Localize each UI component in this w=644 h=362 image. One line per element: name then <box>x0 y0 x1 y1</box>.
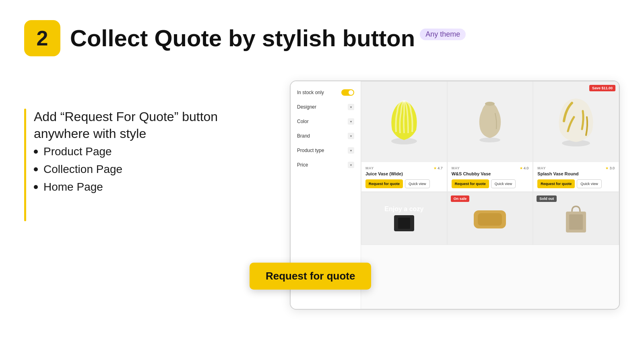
product-cell-1: MAY ★ 4.7 Juice Vase (Wide) Request for … <box>361 81 447 192</box>
any-theme-badge: Any theme <box>420 29 466 40</box>
product-image-1 <box>361 82 447 162</box>
filter-row-brand: Brand ▾ <box>297 133 354 139</box>
star-icon: ★ <box>605 166 609 170</box>
product-rating-1: ★ 4.7 <box>433 166 443 170</box>
list-item-collection-page: Collection Page <box>34 163 225 176</box>
yellow-accent-bar <box>24 109 26 221</box>
filter-row-product-type: Product type ▾ <box>297 147 354 154</box>
product-buttons-2: Request for quote Quick view <box>452 179 529 188</box>
filter-row-designer: Designer ▾ <box>297 104 354 110</box>
product-meta-1: MAY ★ 4.7 <box>365 166 443 170</box>
product-buttons-1: Request for quote Quick view <box>365 179 443 188</box>
filter-label-brand: Brand <box>297 133 310 139</box>
rfq-button-2[interactable]: Request for quote <box>452 179 489 188</box>
filter-label-color: Color <box>297 119 309 124</box>
product-name-3: Splash Vase Round <box>537 171 615 176</box>
sold-out-badge: Sold out <box>537 195 557 202</box>
filter-label-stock: In stock only <box>297 90 324 95</box>
cozy-image-area: Enjoy a cozy <box>361 192 447 245</box>
product-cell-2: MAY ★ 4.0 W&S Chubby Vase Request for qu… <box>447 81 533 192</box>
bullet-dot <box>34 150 38 154</box>
product-cell-cozy: Enjoy a cozy <box>361 192 447 245</box>
bullet-dot <box>34 185 38 189</box>
product-meta-2: MAY ★ 4.0 <box>452 166 529 170</box>
product-brand-3: MAY <box>537 166 546 170</box>
product-image-3: Save $11.00 <box>533 82 619 162</box>
product-info-1: MAY ★ 4.7 Juice Vase (Wide) Request for … <box>361 162 447 191</box>
filter-row-color: Color ▾ <box>297 118 354 125</box>
header-section: 2 Collect Quote by stylish button Any th… <box>0 0 644 68</box>
floating-rfq-button[interactable]: Request for quote <box>250 263 371 290</box>
filter-row-stock: In stock only <box>297 89 354 96</box>
product-name-1: Juice Vase (Wide) <box>365 171 443 176</box>
step-number-badge: 2 <box>24 20 60 56</box>
quick-view-button-2[interactable]: Quick view <box>491 179 516 188</box>
product-meta-3: MAY ★ 3.0 <box>537 166 615 170</box>
quick-view-button-3[interactable]: Quick view <box>577 179 602 188</box>
list-item-home-page: Home Page <box>34 181 225 193</box>
svg-point-2 <box>485 102 495 106</box>
left-text-inner: Add “Request For Quote” button anywhere … <box>24 109 225 193</box>
product-buttons-3: Request for quote Quick view <box>537 179 615 188</box>
product-cell-3: Save $11.00 MAY <box>533 81 619 192</box>
rfq-button-1[interactable]: Request for quote <box>365 179 403 188</box>
filter-chevron-brand[interactable]: ▾ <box>348 133 354 139</box>
filter-chevron-product-type[interactable]: ▾ <box>348 147 354 154</box>
product-grid: MAY ★ 4.7 Juice Vase (Wide) Request for … <box>361 81 619 245</box>
on-sale-badge: On sale <box>451 195 470 202</box>
product-name-2: W&S Chubby Vase <box>452 171 529 176</box>
product-cell-bag: Sold out <box>533 192 619 245</box>
product-brand-2: MAY <box>452 166 460 170</box>
filter-label-designer: Designer <box>297 104 316 110</box>
cushion-image-area: On sale <box>448 192 533 245</box>
filter-label-product-type: Product type <box>297 148 324 153</box>
cozy-text: Enjoy a cozy <box>384 206 423 213</box>
bag-image-area: Sold out <box>533 192 619 245</box>
save-badge-3: Save $11.00 <box>589 85 615 91</box>
product-rating-3: ★ 3.0 <box>605 166 615 170</box>
star-icon: ★ <box>520 166 523 170</box>
svg-rect-5 <box>478 213 502 226</box>
filter-chevron-color[interactable]: ▾ <box>348 118 354 125</box>
intro-text: Add “Request For Quote” button anywhere … <box>34 109 225 142</box>
product-rating-2: ★ 4.0 <box>520 166 529 170</box>
list-item-product-page: Product Page <box>34 145 225 158</box>
star-icon: ★ <box>433 166 437 170</box>
filter-row-price: Price ▾ <box>297 162 354 168</box>
feature-list: Product Page Collection Page Home Page <box>34 145 225 193</box>
in-stock-toggle[interactable] <box>341 89 354 96</box>
product-image-2 <box>448 82 533 162</box>
left-content-panel: Add “Request For Quote” button anywhere … <box>24 109 225 198</box>
product-info-3: MAY ★ 3.0 Splash Vase Round Request for … <box>533 162 619 191</box>
product-brand-1: MAY <box>365 166 374 170</box>
quick-view-button-1[interactable]: Quick view <box>405 179 430 188</box>
filter-label-price: Price <box>297 162 308 168</box>
filter-chevron-designer[interactable]: ▾ <box>348 104 354 110</box>
header-title-wrapper: Collect Quote by stylish button Any them… <box>70 25 466 51</box>
page-title: Collect Quote by stylish button <box>70 25 415 51</box>
product-info-2: MAY ★ 4.0 W&S Chubby Vase Request for qu… <box>448 162 533 191</box>
rfq-button-3[interactable]: Request for quote <box>537 179 575 188</box>
svg-point-1 <box>479 138 500 142</box>
product-grid-area: MAY ★ 4.7 Juice Vase (Wide) Request for … <box>361 81 619 309</box>
bullet-dot <box>34 167 38 171</box>
product-cell-cushion: On sale <box>447 192 533 245</box>
svg-rect-7 <box>569 214 583 230</box>
filter-chevron-price[interactable]: ▾ <box>348 162 354 168</box>
